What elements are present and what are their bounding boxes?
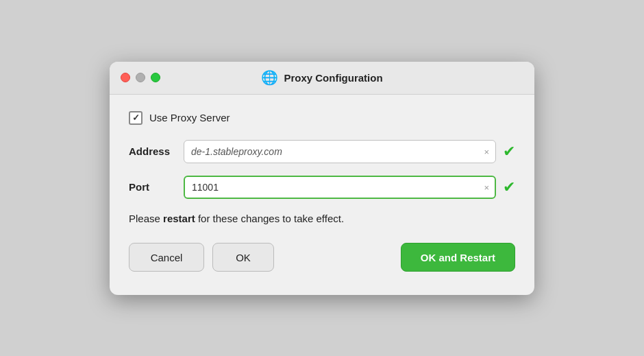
address-field-row: Address × ✔ [129,140,515,163]
maximize-button[interactable] [151,73,160,82]
port-input[interactable] [184,176,496,199]
proxy-icon: 🌐 [261,69,278,86]
ok-and-restart-button[interactable]: OK and Restart [401,243,515,272]
restart-bold: restart [163,213,195,224]
address-input-container: × [184,140,496,163]
cancel-button[interactable]: Cancel [129,243,204,272]
ok-button[interactable]: OK [212,243,274,272]
restart-note-suffix: for these changes to take effect. [195,213,344,224]
address-clear-button[interactable]: × [482,145,491,157]
dialog-body: ✓ Use Proxy Server Address × ✔ Port × [110,95,534,287]
address-valid-icon: ✔ [503,143,515,161]
restart-note: Please restart for these changes to take… [129,211,515,227]
port-valid-icon: ✔ [503,178,515,196]
restart-note-prefix: Please [129,213,163,224]
title-bar-content: 🌐 Proxy Configuration [261,69,382,86]
close-button[interactable] [121,73,130,82]
title-bar: 🌐 Proxy Configuration [110,62,534,95]
button-row: Cancel OK OK and Restart [129,243,515,272]
use-proxy-row: ✓ Use Proxy Server [129,111,515,125]
use-proxy-label: Use Proxy Server [149,112,230,123]
traffic-lights [121,73,160,82]
address-input[interactable] [184,140,496,163]
checkbox-check-icon: ✓ [132,112,140,123]
proxy-config-dialog: 🌐 Proxy Configuration ✓ Use Proxy Server… [110,62,534,295]
use-proxy-checkbox[interactable]: ✓ [129,111,143,125]
port-clear-button[interactable]: × [482,181,491,193]
address-input-wrap: × ✔ [184,140,515,163]
port-input-container: × [184,176,496,199]
port-label: Port [129,181,184,193]
minimize-button[interactable] [136,73,145,82]
address-label: Address [129,145,184,157]
dialog-title: Proxy Configuration [284,72,382,84]
port-field-row: Port × ✔ [129,176,515,199]
port-input-wrap: × ✔ [184,176,515,199]
